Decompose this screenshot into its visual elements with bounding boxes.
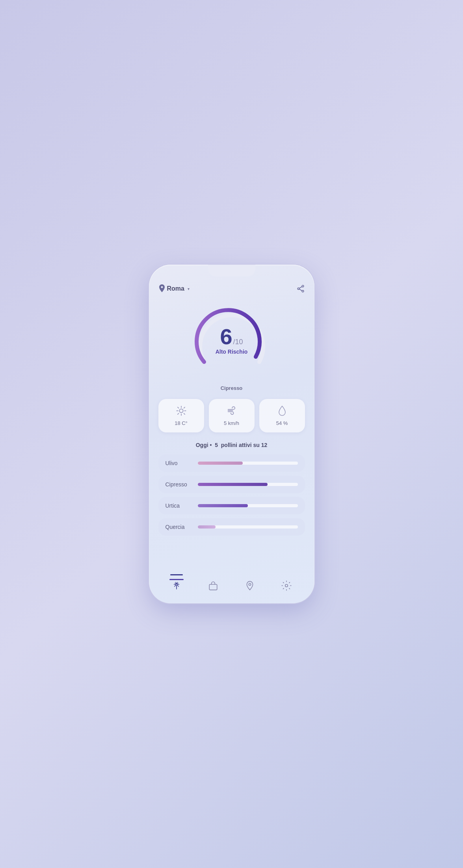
map-pin-icon <box>245 581 255 591</box>
svg-line-24 <box>177 585 179 586</box>
location-name: Roma <box>167 285 184 292</box>
pollen-list: Ulivo Cipresso Urtica Quercia <box>158 454 305 536</box>
gauge-plant-name: Cipresso <box>221 385 243 391</box>
bar-fill-quercia <box>198 525 216 529</box>
humidity-icon <box>277 405 287 416</box>
header: Roma ▾ <box>158 284 305 293</box>
phone-frame: Roma ▾ <box>149 265 314 603</box>
wind-value: 5 km/h <box>224 420 239 426</box>
svg-line-13 <box>177 414 178 414</box>
bar-track-quercia <box>198 525 298 529</box>
humidity-value: 54 % <box>276 420 288 426</box>
weather-row: 18 C° 5 km/h 54 % <box>158 399 305 432</box>
svg-line-4 <box>299 289 302 291</box>
gauge-number: 6 <box>220 326 232 348</box>
pollen-count-bold: 5 <box>215 442 218 448</box>
svg-point-2 <box>302 290 304 292</box>
svg-point-0 <box>302 285 304 287</box>
risk-gauge: 6 /10 Alto Rischio <box>192 301 271 380</box>
location-selector[interactable]: Roma ▾ <box>158 284 190 293</box>
bag-icon <box>208 581 218 591</box>
chevron-down-icon: ▾ <box>188 287 190 291</box>
pollen-item-quercia: Quercia <box>158 518 305 536</box>
notch <box>208 265 255 276</box>
pollen-summary: Oggi • 5 pollini attivi su 12 <box>196 442 268 448</box>
bar-track-cipresso <box>198 483 298 486</box>
share-icon[interactable] <box>296 284 305 293</box>
gauge-risk-label: Alto Rischio <box>216 349 248 355</box>
pollen-name-cipresso: Cipresso <box>165 481 192 488</box>
gauge-center: 6 /10 Alto Rischio <box>216 326 248 355</box>
nav-item-home[interactable] <box>167 579 186 592</box>
pollen-item-cipresso: Cipresso <box>158 476 305 493</box>
gear-icon <box>281 581 292 591</box>
svg-line-3 <box>299 287 302 288</box>
bar-fill-urtica <box>198 504 248 507</box>
svg-point-5 <box>179 409 183 412</box>
weather-card-temperature: 18 C° <box>158 399 204 432</box>
svg-line-10 <box>177 407 178 408</box>
nav-item-location[interactable] <box>240 579 260 592</box>
location-pin-icon <box>158 284 165 293</box>
bar-fill-cipresso <box>198 483 268 486</box>
pollen-name-ulivo: Ulivo <box>165 460 192 466</box>
gauge-denominator: /10 <box>233 338 243 346</box>
bottom-nav <box>158 574 305 595</box>
bar-track-ulivo <box>198 462 298 465</box>
nav-item-bag[interactable] <box>203 579 223 592</box>
svg-point-1 <box>298 288 299 290</box>
svg-rect-25 <box>209 584 217 590</box>
svg-line-23 <box>175 585 176 586</box>
bar-fill-ulivo <box>198 462 243 465</box>
temperature-value: 18 C° <box>175 420 188 426</box>
weather-card-wind: 5 km/h <box>209 399 255 432</box>
gauge-score: 6 /10 <box>220 326 243 348</box>
nav-item-settings[interactable] <box>277 579 296 592</box>
pollen-suffix: pollini attivi su 12 <box>221 442 267 448</box>
pollen-item-urtica: Urtica <box>158 497 305 514</box>
pollen-name-quercia: Quercia <box>165 524 192 530</box>
svg-point-27 <box>285 584 288 587</box>
weather-card-humidity: 54 % <box>259 399 305 432</box>
pollen-name-urtica: Urtica <box>165 503 192 509</box>
bar-track-urtica <box>198 504 298 507</box>
pollen-item-ulivo: Ulivo <box>158 454 305 472</box>
dandelion-icon <box>171 581 182 591</box>
svg-line-12 <box>184 407 184 408</box>
phone-screen: Roma ▾ <box>149 265 314 603</box>
active-indicator <box>170 574 183 575</box>
sun-icon <box>176 405 187 416</box>
svg-line-11 <box>184 414 184 414</box>
pollen-prefix: Oggi • <box>196 442 212 448</box>
wind-icon <box>226 405 237 416</box>
svg-point-26 <box>249 583 251 585</box>
